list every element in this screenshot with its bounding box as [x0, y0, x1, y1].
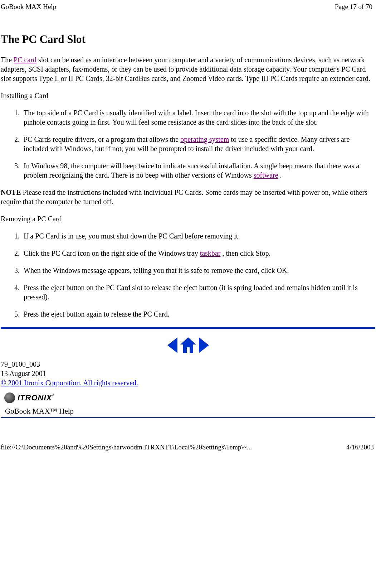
step3-pre: In Windows 98, the computer will beep tw… — [24, 162, 359, 179]
removing-label: Removing a PC Card — [1, 214, 375, 223]
page-header: GoBook MAX Help Page 17 of 70 — [0, 0, 376, 12]
copyright-link[interactable]: © 2001 Itronix Corporation. All rights r… — [1, 379, 138, 387]
installing-list: The top side of a PC Card is usually ide… — [1, 108, 375, 180]
doc-reference: 79_0100_003 13 August 2001 © 2001 Itroni… — [1, 360, 375, 387]
nav-prev-icon[interactable] — [167, 337, 177, 353]
intro-pre: The — [1, 56, 14, 64]
installing-step-2: PC Cards require drivers, or a program t… — [21, 135, 375, 153]
removing-step-1: If a PC Card is in use, you must shut do… — [21, 231, 375, 241]
print-date: 4/16/2003 — [346, 443, 374, 451]
note-text: Please read the instructions included wi… — [1, 188, 367, 206]
removing-list: If a PC Card is in use, you must shut do… — [1, 231, 375, 319]
removing-step-5: Press the eject button again to release … — [21, 309, 375, 319]
rstep2-post: , then click Stop. — [220, 249, 270, 257]
taskbar-link[interactable]: taskbar — [200, 249, 221, 257]
doc-id: 79_0100_003 — [1, 360, 40, 368]
doc-title: GoBook MAX Help — [1, 3, 56, 11]
note-paragraph: NOTE Please read the instructions includ… — [1, 188, 375, 206]
divider-bottom — [1, 417, 375, 418]
page-number: Page 17 of 70 — [335, 3, 372, 11]
home-roof-shape — [180, 337, 196, 344]
removing-step-2: Click the PC Card icon on the right side… — [21, 249, 375, 258]
intro-post: slot can be used as an interface between… — [1, 56, 370, 82]
file-path: file://C:\Documents%20and%20Settings\har… — [1, 443, 252, 451]
pc-card-link[interactable]: PC card — [14, 56, 36, 64]
nav-next-icon[interactable] — [199, 337, 209, 353]
page-footer: file://C:\Documents%20and%20Settings\har… — [0, 419, 376, 455]
nav-icon-group — [1, 337, 375, 353]
home-door-shape — [187, 347, 190, 353]
installing-step-1: The top side of a PC Card is usually ide… — [21, 108, 375, 127]
operating-system-link[interactable]: operating system — [180, 135, 229, 143]
step3-post: . — [278, 171, 282, 179]
doc-date: 13 August 2001 — [1, 370, 46, 377]
globe-icon — [4, 392, 15, 403]
installing-step-3: In Windows 98, the computer will beep tw… — [21, 161, 375, 180]
installing-label: Installing a Card — [1, 91, 375, 100]
logo-text: ITRONIX® — [18, 393, 55, 403]
removing-step-4: Press the eject button on the PC Card sl… — [21, 283, 375, 302]
nav-home-icon[interactable] — [180, 337, 196, 353]
page-title: The PC Card Slot — [1, 33, 375, 46]
main-content: The PC Card Slot The PC card slot can be… — [0, 33, 376, 418]
removing-step-3: When the Windows message appears, tellin… — [21, 266, 375, 275]
divider-top — [1, 327, 375, 329]
itronix-logo: ITRONIX® — [4, 392, 375, 403]
note-label: NOTE — [1, 188, 21, 196]
intro-paragraph: The PC card slot can be used as an inter… — [1, 55, 375, 83]
rstep2-pre: Click the PC Card icon on the right side… — [24, 249, 200, 257]
step2-pre: PC Cards require drivers, or a program t… — [24, 135, 180, 143]
help-product-title: GoBook MAX™ Help — [5, 407, 375, 416]
software-link[interactable]: software — [254, 171, 278, 179]
